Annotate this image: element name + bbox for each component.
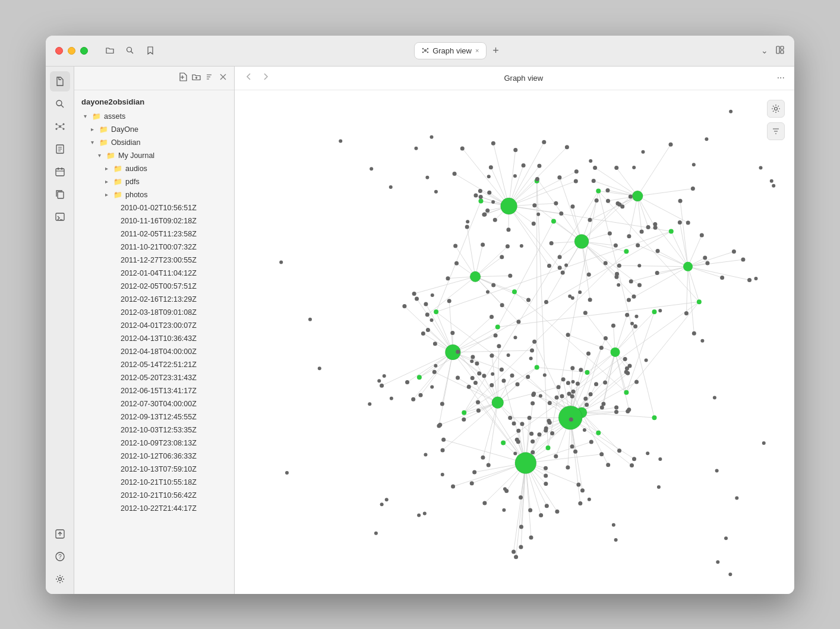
tree-item-file[interactable]: 2011-10-21T00:07:32Z [74, 241, 234, 254]
sidebar-graph-icon[interactable] [50, 116, 70, 137]
sidebar-help-icon[interactable]: ? [50, 546, 70, 567]
chevron-placeholder [112, 257, 121, 263]
chevron-placeholder [112, 400, 121, 407]
chevron-placeholder [112, 296, 121, 302]
file-tree-toolbar [74, 67, 234, 90]
tree-item-file[interactable]: 2010-11-16T09:02:18Z [74, 214, 234, 227]
chevron-down-icon[interactable]: ⌄ [761, 46, 768, 55]
layout-icon[interactable] [775, 45, 785, 56]
maximize-button[interactable] [80, 47, 88, 55]
tree-item-audios[interactable]: ▸ 📁 audios [74, 162, 234, 175]
sidebar-calendar-icon[interactable] [50, 162, 70, 182]
tree-item-file[interactable]: 2012-05-20T23:31:43Z [74, 371, 234, 384]
tree-item-file[interactable]: 2012-10-21T10:56:42Z [74, 489, 234, 502]
file-tree-content[interactable]: dayone2obsidian ▾ 📁 assets ▸ 📁 DayOne [74, 90, 234, 594]
sidebar-search-icon[interactable] [50, 94, 70, 114]
tree-item-file[interactable]: 2010-01-02T10:56:51Z [74, 201, 234, 214]
new-folder-icon[interactable] [192, 72, 201, 83]
folder-icon[interactable] [105, 45, 115, 56]
file-label: 2012-10-12T06:36:33Z [121, 452, 197, 460]
minimize-button[interactable] [68, 47, 75, 55]
graph-settings-button[interactable] [767, 100, 785, 118]
bookmark-icon[interactable] [145, 45, 156, 56]
chevron-photos: ▸ [105, 191, 113, 198]
folder-label: pdfs [125, 178, 140, 186]
graph-filter-button[interactable] [767, 122, 785, 140]
new-note-icon[interactable] [178, 72, 187, 83]
chevron-placeholder [112, 230, 121, 237]
svg-rect-35 [58, 192, 64, 198]
tree-item-file[interactable]: 2012-01-04T11:04:12Z [74, 267, 234, 280]
tree-item-obsidian[interactable]: ▾ 📁 Obsidian [74, 136, 234, 149]
svg-text:?: ? [58, 554, 62, 560]
tree-item-file[interactable]: 2012-03-18T09:01:08Z [74, 306, 234, 319]
file-label: 2012-10-03T12:53:35Z [121, 426, 197, 434]
graph-canvas[interactable] [235, 90, 794, 594]
tree-item-file[interactable]: 2012-10-03T12:53:35Z [74, 423, 234, 437]
sidebar-copy-icon[interactable] [50, 184, 70, 204]
close-icon[interactable] [219, 73, 227, 83]
svg-line-26 [60, 127, 64, 129]
file-label: 2012-03-18T09:01:08Z [121, 308, 197, 317]
tree-item-file[interactable]: 2012-05-14T22:51:21Z [74, 358, 234, 371]
tree-item-file[interactable]: 2012-10-12T06:36:33Z [74, 450, 234, 463]
svg-rect-36 [56, 213, 64, 220]
chevron-placeholder [112, 244, 121, 250]
tree-item-file[interactable]: 2012-02-05T00:57:51Z [74, 280, 234, 293]
tree-item-file[interactable]: 2012-04-18T04:00:00Z [74, 345, 234, 358]
tree-item-file[interactable]: 2012-04-01T23:00:07Z [74, 319, 234, 332]
folder-icon: 📁 [92, 112, 102, 121]
tree-item-file[interactable]: 2011-12-27T23:00:55Z [74, 254, 234, 267]
file-label: 2012-02-16T12:13:29Z [121, 295, 197, 304]
tree-item-myjournal[interactable]: ▾ 📁 My Journal [74, 149, 234, 162]
sidebar-terminal-icon[interactable] [50, 207, 70, 227]
svg-point-0 [127, 48, 132, 52]
forward-button[interactable] [261, 72, 270, 84]
tree-item-file[interactable]: 2011-02-05T11:23:58Z [74, 227, 234, 241]
tree-item-file[interactable]: 2012-10-13T07:59:10Z [74, 463, 234, 476]
sidebar-files-icon[interactable] [50, 71, 70, 91]
folder-icon: 📁 [113, 191, 123, 199]
folder-icon: 📁 [99, 138, 109, 147]
chevron-myjournal: ▾ [98, 152, 106, 159]
sidebar-icon-strip: ? [46, 67, 74, 594]
tree-item-pdfs[interactable]: ▸ 📁 pdfs [74, 175, 234, 188]
titlebar-left-icons [105, 45, 156, 56]
vault-name: dayone2obsidian [74, 95, 234, 110]
chevron-placeholder [112, 440, 121, 446]
sidebar-settings-icon[interactable] [50, 569, 70, 589]
graph-view-tab[interactable]: Graph view × [414, 42, 487, 59]
chevron-placeholder [112, 492, 121, 498]
file-label: 2012-10-09T23:08:13Z [121, 439, 197, 447]
tab-close-button[interactable]: × [475, 47, 479, 54]
tree-item-file[interactable]: 2012-10-21T10:55:18Z [74, 476, 234, 489]
new-tab-button[interactable]: + [489, 45, 503, 57]
chevron-placeholder [112, 374, 121, 381]
folder-icon: 📁 [106, 151, 116, 160]
file-label: 2012-05-20T23:31:43Z [121, 374, 197, 382]
tree-item-assets[interactable]: ▾ 📁 assets [74, 110, 234, 123]
tree-item-file[interactable]: 2012-06-15T13:41:17Z [74, 384, 234, 397]
sidebar-bookmark-icon[interactable] [50, 139, 70, 159]
tree-item-file[interactable]: 2012-09-13T12:45:55Z [74, 410, 234, 423]
tree-item-file[interactable]: 2012-04-13T10:36:43Z [74, 332, 234, 345]
folder-label: audios [125, 165, 147, 173]
chevron-placeholder [112, 322, 121, 328]
tree-item-file[interactable]: 2012-10-22T21:44:17Z [74, 502, 234, 515]
chevron-placeholder [112, 283, 121, 289]
tree-item-file[interactable]: 2012-07-30T04:00:00Z [74, 397, 234, 410]
back-button[interactable] [244, 72, 254, 84]
traffic-lights [55, 47, 88, 55]
file-label: 2012-04-01T23:00:07Z [121, 321, 197, 330]
close-button[interactable] [55, 47, 63, 55]
file-label: 2012-10-21T10:55:18Z [121, 478, 197, 486]
search-icon[interactable] [125, 45, 135, 56]
file-label: 2012-10-22T21:44:17Z [121, 504, 197, 513]
tree-item-dayone[interactable]: ▸ 📁 DayOne [74, 123, 234, 136]
tree-item-photos[interactable]: ▸ 📁 photos [74, 188, 234, 201]
tree-item-file[interactable]: 2012-02-16T12:13:29Z [74, 293, 234, 306]
more-options-button[interactable]: ··· [777, 72, 785, 83]
tree-item-file[interactable]: 2012-10-09T23:08:13Z [74, 437, 234, 450]
sort-icon[interactable] [206, 72, 214, 83]
sidebar-publish-icon[interactable] [50, 524, 70, 544]
